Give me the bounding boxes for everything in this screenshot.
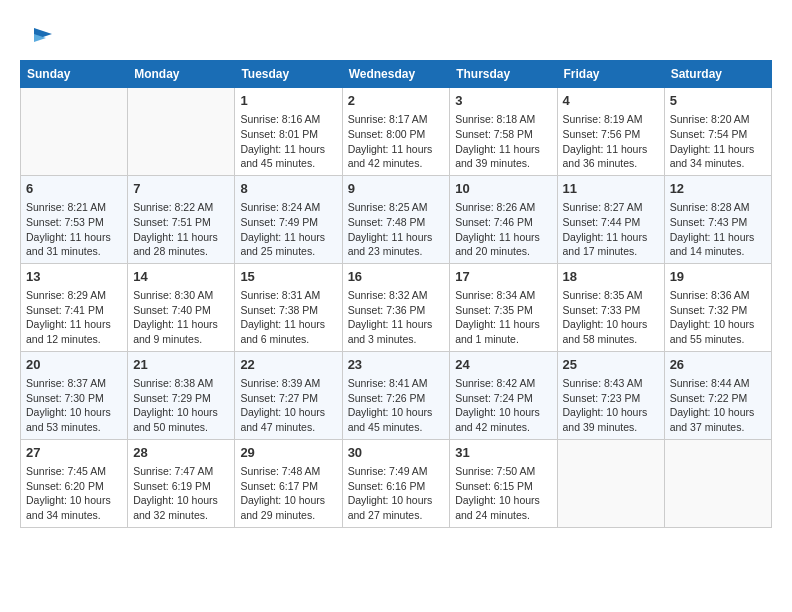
header-cell-saturday: Saturday — [664, 61, 771, 88]
calendar-cell: 2Sunrise: 8:17 AM Sunset: 8:00 PM Daylig… — [342, 88, 450, 176]
calendar-cell: 21Sunrise: 8:38 AM Sunset: 7:29 PM Dayli… — [128, 351, 235, 439]
day-info: Sunrise: 8:43 AM Sunset: 7:23 PM Dayligh… — [563, 376, 659, 435]
day-info: Sunrise: 8:36 AM Sunset: 7:32 PM Dayligh… — [670, 288, 766, 347]
calendar-cell — [128, 88, 235, 176]
header-row: SundayMondayTuesdayWednesdayThursdayFrid… — [21, 61, 772, 88]
day-number: 29 — [240, 444, 336, 462]
day-number: 7 — [133, 180, 229, 198]
day-number: 3 — [455, 92, 551, 110]
day-number: 9 — [348, 180, 445, 198]
day-number: 25 — [563, 356, 659, 374]
day-number: 4 — [563, 92, 659, 110]
day-info: Sunrise: 8:29 AM Sunset: 7:41 PM Dayligh… — [26, 288, 122, 347]
calendar-cell: 11Sunrise: 8:27 AM Sunset: 7:44 PM Dayli… — [557, 175, 664, 263]
day-info: Sunrise: 8:41 AM Sunset: 7:26 PM Dayligh… — [348, 376, 445, 435]
day-info: Sunrise: 7:48 AM Sunset: 6:17 PM Dayligh… — [240, 464, 336, 523]
header-cell-sunday: Sunday — [21, 61, 128, 88]
day-info: Sunrise: 8:44 AM Sunset: 7:22 PM Dayligh… — [670, 376, 766, 435]
calendar-cell: 7Sunrise: 8:22 AM Sunset: 7:51 PM Daylig… — [128, 175, 235, 263]
calendar-cell: 29Sunrise: 7:48 AM Sunset: 6:17 PM Dayli… — [235, 439, 342, 527]
day-number: 16 — [348, 268, 445, 286]
day-number: 17 — [455, 268, 551, 286]
calendar-cell: 17Sunrise: 8:34 AM Sunset: 7:35 PM Dayli… — [450, 263, 557, 351]
week-row-3: 13Sunrise: 8:29 AM Sunset: 7:41 PM Dayli… — [21, 263, 772, 351]
calendar-cell: 15Sunrise: 8:31 AM Sunset: 7:38 PM Dayli… — [235, 263, 342, 351]
calendar-cell: 20Sunrise: 8:37 AM Sunset: 7:30 PM Dayli… — [21, 351, 128, 439]
calendar: SundayMondayTuesdayWednesdayThursdayFrid… — [20, 60, 772, 528]
calendar-cell: 13Sunrise: 8:29 AM Sunset: 7:41 PM Dayli… — [21, 263, 128, 351]
calendar-body: 1Sunrise: 8:16 AM Sunset: 8:01 PM Daylig… — [21, 88, 772, 528]
day-number: 22 — [240, 356, 336, 374]
day-number: 20 — [26, 356, 122, 374]
day-number: 12 — [670, 180, 766, 198]
calendar-cell: 4Sunrise: 8:19 AM Sunset: 7:56 PM Daylig… — [557, 88, 664, 176]
day-info: Sunrise: 8:21 AM Sunset: 7:53 PM Dayligh… — [26, 200, 122, 259]
day-info: Sunrise: 7:45 AM Sunset: 6:20 PM Dayligh… — [26, 464, 122, 523]
day-number: 28 — [133, 444, 229, 462]
day-number: 21 — [133, 356, 229, 374]
day-number: 6 — [26, 180, 122, 198]
day-info: Sunrise: 8:28 AM Sunset: 7:43 PM Dayligh… — [670, 200, 766, 259]
header-cell-wednesday: Wednesday — [342, 61, 450, 88]
day-info: Sunrise: 8:38 AM Sunset: 7:29 PM Dayligh… — [133, 376, 229, 435]
calendar-cell: 10Sunrise: 8:26 AM Sunset: 7:46 PM Dayli… — [450, 175, 557, 263]
logo-icon — [24, 20, 56, 52]
day-number: 26 — [670, 356, 766, 374]
calendar-cell: 25Sunrise: 8:43 AM Sunset: 7:23 PM Dayli… — [557, 351, 664, 439]
header-cell-monday: Monday — [128, 61, 235, 88]
page: SundayMondayTuesdayWednesdayThursdayFrid… — [0, 0, 792, 544]
day-number: 27 — [26, 444, 122, 462]
day-number: 15 — [240, 268, 336, 286]
day-info: Sunrise: 8:18 AM Sunset: 7:58 PM Dayligh… — [455, 112, 551, 171]
calendar-cell: 24Sunrise: 8:42 AM Sunset: 7:24 PM Dayli… — [450, 351, 557, 439]
calendar-cell: 16Sunrise: 8:32 AM Sunset: 7:36 PM Dayli… — [342, 263, 450, 351]
calendar-cell: 19Sunrise: 8:36 AM Sunset: 7:32 PM Dayli… — [664, 263, 771, 351]
calendar-cell — [557, 439, 664, 527]
day-number: 31 — [455, 444, 551, 462]
day-number: 23 — [348, 356, 445, 374]
day-info: Sunrise: 7:47 AM Sunset: 6:19 PM Dayligh… — [133, 464, 229, 523]
header-cell-tuesday: Tuesday — [235, 61, 342, 88]
calendar-cell — [664, 439, 771, 527]
day-info: Sunrise: 8:30 AM Sunset: 7:40 PM Dayligh… — [133, 288, 229, 347]
calendar-cell: 5Sunrise: 8:20 AM Sunset: 7:54 PM Daylig… — [664, 88, 771, 176]
day-info: Sunrise: 8:42 AM Sunset: 7:24 PM Dayligh… — [455, 376, 551, 435]
day-info: Sunrise: 8:32 AM Sunset: 7:36 PM Dayligh… — [348, 288, 445, 347]
day-info: Sunrise: 7:49 AM Sunset: 6:16 PM Dayligh… — [348, 464, 445, 523]
day-number: 30 — [348, 444, 445, 462]
calendar-cell: 22Sunrise: 8:39 AM Sunset: 7:27 PM Dayli… — [235, 351, 342, 439]
day-info: Sunrise: 8:35 AM Sunset: 7:33 PM Dayligh… — [563, 288, 659, 347]
day-info: Sunrise: 8:22 AM Sunset: 7:51 PM Dayligh… — [133, 200, 229, 259]
week-row-4: 20Sunrise: 8:37 AM Sunset: 7:30 PM Dayli… — [21, 351, 772, 439]
calendar-cell: 23Sunrise: 8:41 AM Sunset: 7:26 PM Dayli… — [342, 351, 450, 439]
day-number: 13 — [26, 268, 122, 286]
day-info: Sunrise: 8:25 AM Sunset: 7:48 PM Dayligh… — [348, 200, 445, 259]
header-cell-thursday: Thursday — [450, 61, 557, 88]
day-number: 24 — [455, 356, 551, 374]
day-number: 19 — [670, 268, 766, 286]
header — [20, 16, 772, 52]
calendar-cell: 3Sunrise: 8:18 AM Sunset: 7:58 PM Daylig… — [450, 88, 557, 176]
week-row-1: 1Sunrise: 8:16 AM Sunset: 8:01 PM Daylig… — [21, 88, 772, 176]
calendar-cell: 14Sunrise: 8:30 AM Sunset: 7:40 PM Dayli… — [128, 263, 235, 351]
calendar-cell: 9Sunrise: 8:25 AM Sunset: 7:48 PM Daylig… — [342, 175, 450, 263]
day-number: 10 — [455, 180, 551, 198]
calendar-cell: 1Sunrise: 8:16 AM Sunset: 8:01 PM Daylig… — [235, 88, 342, 176]
day-info: Sunrise: 8:37 AM Sunset: 7:30 PM Dayligh… — [26, 376, 122, 435]
day-info: Sunrise: 8:27 AM Sunset: 7:44 PM Dayligh… — [563, 200, 659, 259]
calendar-cell: 6Sunrise: 8:21 AM Sunset: 7:53 PM Daylig… — [21, 175, 128, 263]
day-info: Sunrise: 8:34 AM Sunset: 7:35 PM Dayligh… — [455, 288, 551, 347]
day-number: 5 — [670, 92, 766, 110]
day-info: Sunrise: 8:17 AM Sunset: 8:00 PM Dayligh… — [348, 112, 445, 171]
day-info: Sunrise: 8:20 AM Sunset: 7:54 PM Dayligh… — [670, 112, 766, 171]
day-number: 18 — [563, 268, 659, 286]
logo — [20, 20, 56, 52]
day-info: Sunrise: 8:24 AM Sunset: 7:49 PM Dayligh… — [240, 200, 336, 259]
day-info: Sunrise: 8:31 AM Sunset: 7:38 PM Dayligh… — [240, 288, 336, 347]
day-info: Sunrise: 8:19 AM Sunset: 7:56 PM Dayligh… — [563, 112, 659, 171]
calendar-cell: 12Sunrise: 8:28 AM Sunset: 7:43 PM Dayli… — [664, 175, 771, 263]
day-number: 1 — [240, 92, 336, 110]
calendar-cell — [21, 88, 128, 176]
week-row-5: 27Sunrise: 7:45 AM Sunset: 6:20 PM Dayli… — [21, 439, 772, 527]
week-row-2: 6Sunrise: 8:21 AM Sunset: 7:53 PM Daylig… — [21, 175, 772, 263]
